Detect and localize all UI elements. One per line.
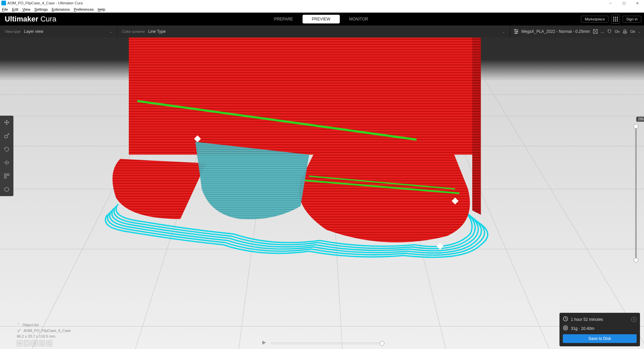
adhesion-icon <box>622 29 628 34</box>
svg-rect-7 <box>615 20 616 21</box>
slice-info-panel: 1 hour 52 minutes i 31g · 10.40m Save to… <box>559 313 640 346</box>
menu-view[interactable]: View <box>20 7 33 11</box>
object-list-item[interactable]: AI3M_PO_FlipCase_4_Case <box>17 328 71 333</box>
pencil-icon <box>17 328 21 333</box>
svg-rect-2 <box>617 17 618 18</box>
app-brand: Ultimaker Cura <box>0 15 61 23</box>
menu-settings[interactable]: Settings <box>32 7 50 11</box>
layer-slider-handle-bottom[interactable] <box>634 258 638 263</box>
simulation-slider-handle[interactable] <box>380 341 384 346</box>
window-minimize-button[interactable]: ─ <box>604 0 617 6</box>
svg-rect-1 <box>615 17 616 18</box>
svg-rect-8 <box>617 20 618 21</box>
view-top-icon[interactable] <box>32 340 38 346</box>
mirror-tool[interactable] <box>0 156 13 169</box>
spool-icon <box>563 325 568 332</box>
settings-bar: View type Layer view ⌄ Color scheme Line… <box>0 25 644 38</box>
svg-point-62 <box>564 326 568 330</box>
svg-rect-49 <box>5 135 7 138</box>
object-list-label: Object list <box>22 323 39 327</box>
svg-point-12 <box>515 30 516 31</box>
svg-point-63 <box>565 327 567 329</box>
view-right-icon[interactable] <box>46 340 52 346</box>
support-blocker-tool[interactable] <box>0 183 13 196</box>
menu-help[interactable]: Help <box>96 7 107 11</box>
tab-monitor[interactable]: MONITOR <box>340 15 377 23</box>
sliders-icon <box>514 29 519 34</box>
window-maximize-button[interactable]: ▢ <box>617 0 631 6</box>
simulation-slider[interactable] <box>271 343 382 344</box>
window-close-button[interactable]: ✕ <box>631 0 644 6</box>
svg-rect-52 <box>4 177 6 178</box>
play-button[interactable] <box>262 340 266 346</box>
signin-button[interactable]: Sign in <box>623 16 641 22</box>
svg-rect-51 <box>7 174 9 175</box>
view-type-dropdown[interactable]: View type Layer view ⌄ <box>0 25 117 38</box>
view-front-icon[interactable] <box>24 340 30 346</box>
svg-rect-5 <box>617 19 618 20</box>
profile-name: MegaX_PLA_2022 - Normal - 0.25mm <box>522 29 590 34</box>
viewport[interactable]: 295 ⌃ Object list AI3M_PO_FlipCase_4_Cas… <box>0 38 644 349</box>
rotate-tool[interactable] <box>0 142 13 156</box>
material-estimate: 31g · 10.40m <box>571 326 594 331</box>
menu-bar: File Edit View Settings Extensions Prefe… <box>0 6 644 13</box>
apps-grid-icon[interactable] <box>611 15 620 23</box>
svg-rect-50 <box>4 174 6 175</box>
svg-point-13 <box>517 31 518 32</box>
color-scheme-value: Line Type <box>148 29 502 34</box>
svg-rect-19 <box>624 30 626 33</box>
print-time: 1 hour 52 minutes <box>571 317 603 322</box>
ellipsis: ... <box>601 29 604 34</box>
top-bar: Ultimaker Cura PREPARE PREVIEW MONITOR M… <box>0 13 644 25</box>
tab-prepare[interactable]: PREPARE <box>265 15 302 23</box>
svg-rect-54 <box>26 342 29 345</box>
left-toolbar <box>0 116 13 196</box>
tab-preview[interactable]: PREVIEW <box>303 15 340 23</box>
save-to-disk-button[interactable]: Save to Disk <box>563 334 637 343</box>
color-scheme-dropdown[interactable]: Color scheme Line Type ⌄ <box>117 25 510 38</box>
view-type-label: View type <box>5 30 21 34</box>
menu-extensions[interactable]: Extensions <box>50 7 72 11</box>
support-icon <box>607 29 612 34</box>
per-model-settings-tool[interactable] <box>0 169 13 183</box>
brand-light: Cura <box>40 15 56 23</box>
marketplace-button[interactable]: Marketplace <box>581 16 608 22</box>
layer-slider-track[interactable] <box>635 125 637 262</box>
stage-tabs: PREPARE PREVIEW MONITOR <box>265 15 377 23</box>
object-list-toggle[interactable]: ⌃ Object list <box>17 323 71 327</box>
svg-rect-41 <box>129 38 472 155</box>
view-left-icon[interactable] <box>39 340 45 346</box>
chevron-up-icon: ⌃ <box>17 323 20 327</box>
info-icon[interactable]: i <box>631 317 637 322</box>
support-toggle-label: On <box>615 30 620 34</box>
app-icon <box>1 1 6 5</box>
object-name: AI3M_PO_FlipCase_4_Case <box>23 329 71 333</box>
infill-icon <box>593 29 598 34</box>
svg-rect-3 <box>613 19 614 20</box>
brand-bold: Ultimaker <box>5 15 38 23</box>
scale-tool[interactable] <box>0 129 13 142</box>
adhesion-toggle-label: On <box>630 30 635 34</box>
color-scheme-label: Color scheme <box>122 30 145 34</box>
svg-marker-42 <box>472 38 481 215</box>
menu-file[interactable]: File <box>0 7 10 11</box>
chevron-down-icon: ⌄ <box>502 30 505 34</box>
svg-line-60 <box>48 342 51 345</box>
layer-slider-handle-top[interactable] <box>634 124 638 129</box>
object-info: ⌃ Object list AI3M_PO_FlipCase_4_Case 66… <box>17 323 71 346</box>
window-titlebar: AI3M_PO_FlipCase_4_Case - Ultimaker Cura… <box>0 0 644 6</box>
svg-rect-0 <box>613 17 614 18</box>
window-title: AI3M_PO_FlipCase_4_Case - Ultimaker Cura <box>7 1 83 5</box>
object-dimensions: 66.2 x 20.7 x 118.5 mm <box>17 334 71 338</box>
menu-edit[interactable]: Edit <box>10 7 20 11</box>
print-settings-summary[interactable]: MegaX_PLA_2022 - Normal - 0.25mm ... On … <box>510 25 644 38</box>
simulation-controls <box>262 340 382 346</box>
chevron-down-icon: ⌄ <box>638 30 641 34</box>
3d-preview-canvas[interactable] <box>0 38 644 349</box>
layer-slider[interactable]: 295 <box>634 118 638 262</box>
view-3d-icon[interactable] <box>17 340 23 346</box>
move-tool[interactable] <box>0 116 13 129</box>
chevron-down-icon: ⌄ <box>110 30 112 34</box>
svg-point-14 <box>515 33 516 34</box>
menu-preferences[interactable]: Preferences <box>72 7 96 11</box>
